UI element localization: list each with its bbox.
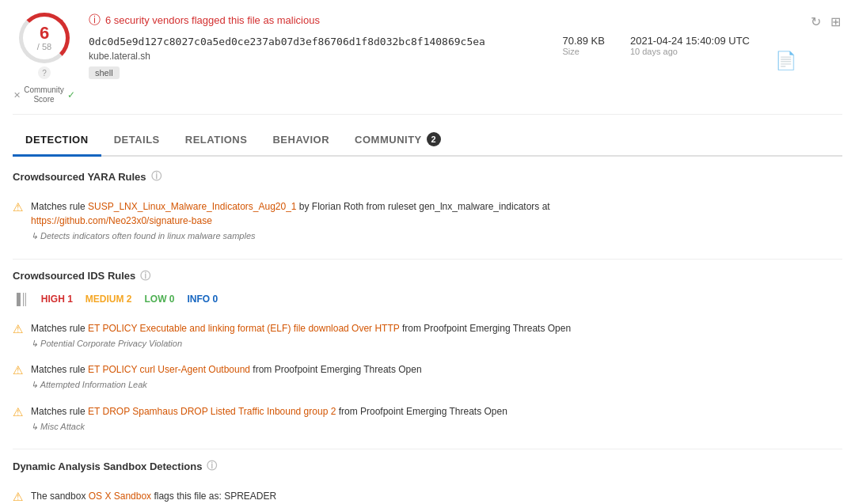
ids-rule-desc-3: Misc Attack — [31, 420, 507, 434]
action-icons: ↻ ⊞ — [809, 13, 842, 31]
yara-rule-item: ⚠ Matches rule SUSP_LNX_Linux_Malware_In… — [13, 193, 842, 249]
tabs: DETECTION DETAILS RELATIONS BEHAVIOR COM… — [13, 124, 842, 157]
severity-low: LOW 0 — [145, 294, 175, 305]
score-circle: 6 / 58 — [19, 13, 70, 63]
community-badge: 2 — [427, 132, 441, 146]
ids-rule-link-1[interactable]: ET POLICY Executable and linking format … — [88, 323, 400, 334]
ids-info-icon[interactable]: ⓘ — [140, 269, 150, 283]
main-container: 6 / 58 ? ✕ CommunityScore ✓ ⓘ 6 security… — [0, 0, 855, 504]
ids-warn-icon-2: ⚠ — [13, 363, 23, 377]
date-meta: 2021-04-24 15:40:09 UTC 10 days ago — [630, 35, 750, 56]
ids-severity-bar: ▐║ HIGH 1 MEDIUM 2 LOW 0 INFO 0 — [13, 293, 842, 305]
header: 6 / 58 ? ✕ CommunityScore ✓ ⓘ 6 security… — [13, 13, 842, 115]
date-value: 2021-04-24 15:40:09 UTC — [630, 35, 750, 47]
sandbox-info-icon[interactable]: ⓘ — [207, 459, 217, 473]
ids-rule-item-2: ⚠ Matches rule ET POLICY curl User-Agent… — [13, 356, 842, 398]
severity-medium: MEDIUM 2 — [86, 294, 132, 305]
tab-community[interactable]: COMMUNITY 2 — [342, 124, 454, 157]
ids-warn-icon-1: ⚠ — [13, 322, 23, 336]
file-icon: 📄 — [775, 35, 796, 71]
tab-relations[interactable]: RELATIONS — [173, 124, 260, 157]
community-score-bar: ✕ CommunityScore ✓ — [13, 85, 75, 104]
malicious-warning: ⓘ 6 security vendors flagged this file a… — [89, 13, 549, 28]
tab-detection-label: DETECTION — [25, 134, 89, 146]
ids-rule-desc-1: Potential Corporate Privacy Violation — [31, 337, 571, 351]
check-icon[interactable]: ✓ — [67, 89, 75, 100]
question-icon[interactable]: ? — [38, 66, 51, 79]
filename: kube.lateral.sh — [89, 51, 549, 62]
header-info: ⓘ 6 security vendors flagged this file a… — [89, 13, 549, 79]
yara-repo-link[interactable]: https://github.com/Neo23x0/signature-bas… — [31, 215, 212, 226]
ids-rule-text-3: Matches rule ET DROP Spamhaus DROP Liste… — [31, 404, 507, 434]
yara-warning-icon: ⚠ — [13, 200, 23, 214]
tab-behavior-label: BEHAVIOR — [272, 134, 329, 146]
refresh-button[interactable]: ↻ — [809, 13, 823, 31]
ids-rule-item-1: ⚠ Matches rule ET POLICY Executable and … — [13, 315, 842, 357]
tab-details-label: DETAILS — [114, 134, 160, 146]
severity-high: HIGH 1 — [41, 294, 73, 305]
ids-section-title: Crowdsourced IDS Rules ⓘ — [13, 269, 842, 283]
ids-rule-item-3: ⚠ Matches rule ET DROP Spamhaus DROP Lis… — [13, 398, 842, 440]
sandbox-section-title: Dynamic Analysis Sandbox Detections ⓘ — [13, 459, 842, 473]
size-meta: 70.89 KB Size — [562, 35, 605, 56]
divider-2 — [13, 449, 842, 449]
malicious-warning-text: 6 security vendors flagged this file as … — [105, 14, 320, 26]
ids-rule-text-2: Matches rule ET POLICY curl User-Agent O… — [31, 362, 422, 392]
ids-rule-link-2[interactable]: ET POLICY curl User-Agent Outbound — [88, 364, 250, 375]
ids-bar-icon: ▐║ — [13, 293, 28, 305]
yara-section-title: Crowdsourced YARA Rules ⓘ — [13, 169, 842, 184]
community-score-label: CommunityScore — [24, 85, 64, 104]
score-section: 6 / 58 ? ✕ CommunityScore ✓ — [13, 13, 76, 104]
ids-rule-desc-2: Attempted Information Leak — [31, 378, 422, 392]
size-label: Size — [562, 47, 605, 56]
file-tag[interactable]: shell — [89, 66, 120, 79]
yara-rule-desc: Detects indicators often found in linux … — [31, 229, 550, 243]
warning-circle-icon: ⓘ — [89, 13, 101, 28]
tab-behavior[interactable]: BEHAVIOR — [260, 124, 342, 157]
size-value: 70.89 KB — [562, 35, 605, 47]
tab-details[interactable]: DETAILS — [101, 124, 173, 157]
hash-value: 0dc0d5e9d127c8027c0a5ed0ce237ab07d3ef867… — [89, 36, 549, 47]
yara-info-icon[interactable]: ⓘ — [151, 169, 162, 184]
ids-rule-text-1: Matches rule ET POLICY Executable and li… — [31, 321, 571, 351]
ids-warn-icon-3: ⚠ — [13, 405, 23, 419]
severity-info: INFO 0 — [188, 294, 218, 305]
yara-rule-link[interactable]: SUSP_LNX_Linux_Malware_Indicators_Aug20_… — [88, 201, 297, 212]
score-total: / 58 — [37, 42, 51, 51]
close-icon[interactable]: ✕ — [13, 90, 21, 100]
ids-title-text: Crowdsourced IDS Rules — [13, 270, 135, 282]
sandbox-title-text: Dynamic Analysis Sandbox Detections — [13, 460, 202, 472]
content: Crowdsourced YARA Rules ⓘ ⚠ Matches rule… — [13, 157, 842, 504]
sandbox-rule-text-1: The sandbox OS X Sandbox flags this file… — [31, 489, 276, 503]
yara-title-text: Crowdsourced YARA Rules — [13, 171, 146, 183]
sandbox-warn-icon-1: ⚠ — [13, 490, 23, 504]
score-number: 6 — [40, 25, 49, 42]
qr-button[interactable]: ⊞ — [829, 13, 842, 31]
tab-relations-label: RELATIONS — [185, 134, 248, 146]
sandbox-link-1[interactable]: OS X Sandbox — [89, 491, 151, 502]
yara-rule-text: Matches rule SUSP_LNX_Linux_Malware_Indi… — [31, 199, 550, 243]
header-meta: 70.89 KB Size 2021-04-24 15:40:09 UTC 10… — [562, 13, 796, 71]
tab-community-label: COMMUNITY — [355, 134, 422, 146]
date-sub: 10 days ago — [630, 47, 750, 56]
sandbox-item-1: ⚠ The sandbox OS X Sandbox flags this fi… — [13, 483, 842, 504]
divider-1 — [13, 259, 842, 260]
tab-detection[interactable]: DETECTION — [13, 124, 101, 157]
ids-rule-link-3[interactable]: ET DROP Spamhaus DROP Listed Traffic Inb… — [88, 406, 336, 417]
